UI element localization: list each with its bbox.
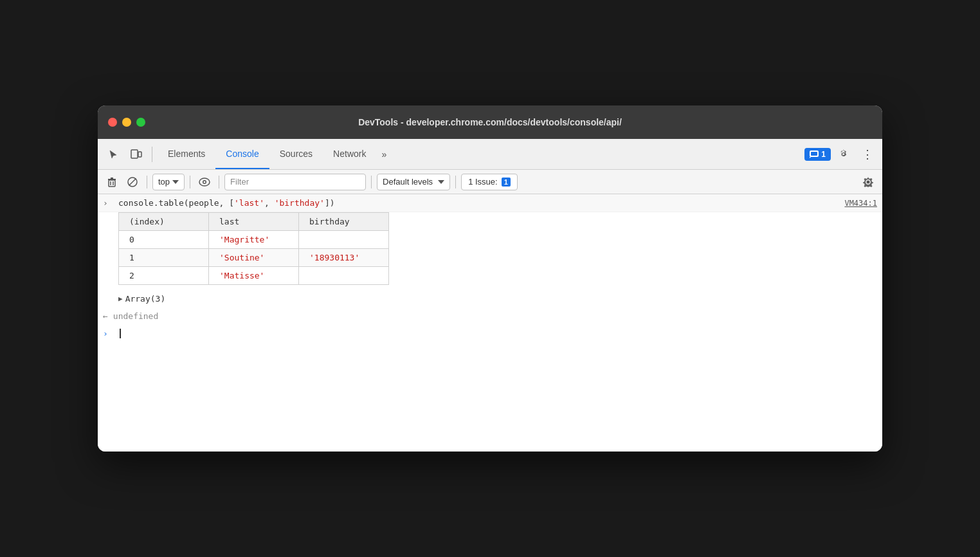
- context-selector[interactable]: top: [152, 174, 185, 190]
- dropdown-arrow-icon: [172, 180, 179, 184]
- input-prompt: ›: [103, 329, 113, 338]
- table-header-last: last: [209, 213, 299, 231]
- console-divider-4: [371, 176, 372, 188]
- clear-icon: [107, 177, 117, 187]
- clear-console-button[interactable]: [103, 173, 121, 191]
- settings-button[interactable]: [833, 144, 854, 165]
- svg-point-13: [867, 180, 870, 183]
- tab-elements[interactable]: Elements: [158, 139, 215, 169]
- issues-badge[interactable]: 1: [804, 148, 831, 161]
- table-cell-last-2: 'Matisse': [209, 267, 299, 285]
- table-cell-index-2: 2: [119, 267, 209, 285]
- close-button[interactable]: [108, 118, 117, 127]
- block-icon: [127, 176, 138, 188]
- table-cell-last-1: 'Soutine': [209, 249, 299, 267]
- left-arrow-icon: ←: [103, 311, 108, 321]
- minimize-button[interactable]: [122, 118, 131, 127]
- table-cell-birthday-1: '18930113': [299, 249, 389, 267]
- issue-count-button[interactable]: 1 Issue: 1: [461, 174, 518, 190]
- console-settings-button[interactable]: [859, 173, 877, 191]
- table-cell-birthday-2: [299, 267, 389, 285]
- filter-input[interactable]: [224, 174, 366, 190]
- live-expressions-button[interactable]: [195, 173, 213, 191]
- main-toolbar: Elements Console Sources Network »: [98, 139, 882, 170]
- more-tabs-button[interactable]: »: [376, 139, 392, 169]
- log-levels-selector[interactable]: Default levels: [377, 174, 450, 190]
- svg-rect-0: [131, 150, 138, 158]
- tab-sources[interactable]: Sources: [269, 139, 323, 169]
- console-input-line[interactable]: ›: [98, 325, 882, 342]
- console-divider-2: [190, 176, 190, 188]
- command-prompt: ›: [103, 198, 113, 208]
- svg-rect-5: [109, 180, 115, 187]
- toolbar-right: 1 ⋮: [804, 144, 877, 165]
- tab-console[interactable]: Console: [215, 139, 269, 169]
- table-cell-last-0: 'Magritte': [209, 231, 299, 249]
- eye-icon: [199, 178, 210, 187]
- array-expand-row[interactable]: ▶ Array(3): [98, 290, 882, 307]
- console-command-line: › console.table(people, ['last', 'birthd…: [98, 194, 882, 212]
- table-row: 0 'Magritte': [119, 231, 389, 249]
- command-text: console.table(people, ['last', 'birthday…: [118, 198, 335, 208]
- more-options-button[interactable]: ⋮: [857, 144, 877, 165]
- text-cursor: [120, 329, 121, 338]
- log-levels-label: Default levels: [383, 177, 433, 187]
- table-row: 1 'Soutine' '18930113': [119, 249, 389, 267]
- issue-badge-count: 1: [821, 150, 826, 159]
- svg-rect-1: [138, 152, 141, 157]
- title-bar: DevTools - developer.chrome.com/docs/dev…: [98, 105, 882, 139]
- device-icon: [131, 149, 142, 160]
- issue-count-text: 1 Issue:: [468, 177, 498, 187]
- array-label: Array(3): [125, 294, 166, 304]
- window-title: DevTools - developer.chrome.com/docs/dev…: [358, 117, 622, 127]
- console-divider-1: [147, 176, 147, 188]
- table-cell-index-0: 0: [119, 231, 209, 249]
- console-content: › console.table(people, ['last', 'birthd…: [98, 194, 882, 452]
- svg-rect-3: [811, 152, 817, 156]
- context-label: top: [158, 177, 170, 187]
- table-row: 2 'Matisse': [119, 267, 389, 285]
- table-cell-index-1: 1: [119, 249, 209, 267]
- traffic-lights: [108, 118, 145, 127]
- cursor-icon: [108, 149, 118, 160]
- device-toggle-button[interactable]: [126, 144, 147, 165]
- vm-link[interactable]: VM434:1: [844, 199, 877, 208]
- console-table-wrapper: (index) last birthday 0 'Magritte' 1 'So…: [98, 212, 882, 290]
- console-settings-icon: [863, 177, 873, 187]
- svg-line-9: [129, 178, 136, 185]
- settings-icon: [839, 149, 849, 160]
- undefined-text: undefined: [113, 311, 158, 321]
- chat-icon: [810, 150, 819, 159]
- log-levels-arrow-icon: [438, 180, 444, 184]
- more-options-icon: ⋮: [862, 147, 873, 161]
- table-cell-birthday-0: [299, 231, 389, 249]
- svg-point-12: [204, 181, 206, 183]
- toolbar-divider-1: [152, 147, 152, 162]
- console-table: (index) last birthday 0 'Magritte' 1 'So…: [118, 212, 389, 285]
- console-divider-3: [219, 176, 219, 188]
- console-divider-5: [455, 176, 456, 188]
- console-toolbar: top Default levels: [98, 170, 882, 194]
- maximize-button[interactable]: [136, 118, 145, 127]
- issue-count-icon: 1: [502, 178, 511, 187]
- tab-bar: Elements Console Sources Network »: [158, 139, 392, 169]
- cursor-icon-button[interactable]: [103, 144, 123, 165]
- devtools-window: DevTools - developer.chrome.com/docs/dev…: [98, 105, 882, 452]
- table-header-birthday: birthday: [299, 213, 389, 231]
- expand-arrow-icon: ▶: [118, 295, 123, 303]
- block-requests-button[interactable]: [123, 173, 141, 191]
- undefined-result-line: ← undefined: [98, 307, 882, 325]
- table-header-index: (index): [119, 213, 209, 231]
- tab-network[interactable]: Network: [323, 139, 376, 169]
